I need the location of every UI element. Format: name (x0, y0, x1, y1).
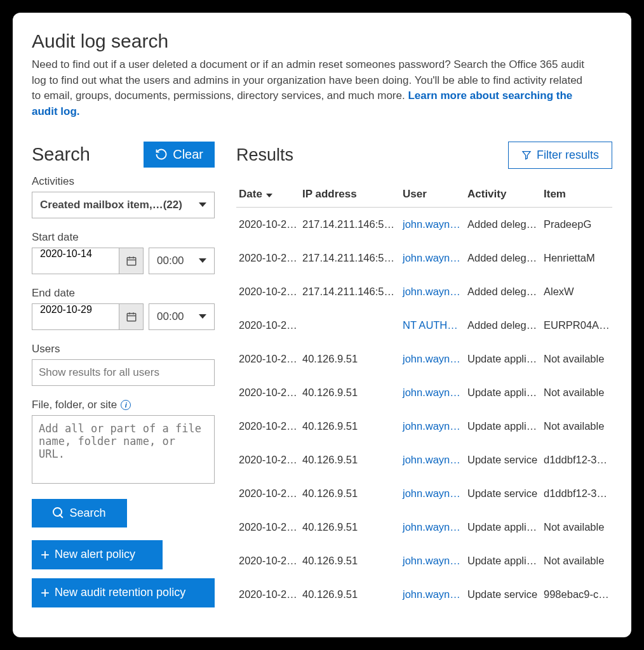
search-panel: Search Clear Activities Created mailbox … (32, 142, 215, 611)
results-table: Date IP address User Activity Item 2020-… (236, 182, 612, 611)
start-date-value: 2020-10-14 (32, 248, 119, 274)
table-row[interactable]: 2020-10-28…40.126.9.51john.wayne@Update … (236, 510, 612, 544)
cell-activity: Added delegated (465, 308, 541, 342)
end-time-value: 00:00 (157, 310, 184, 323)
start-date-label: Start date (32, 231, 215, 244)
cell-activity: Added delegated (465, 275, 541, 308)
cell-item: HenriettaM (541, 241, 612, 275)
cell-date: 2020-10-28… (236, 409, 300, 443)
activities-label: Activities (32, 175, 215, 188)
cell-user[interactable]: NT AUTHORIT (400, 308, 465, 342)
table-row[interactable]: 2020-10-28…40.126.9.51john.wayne@Update … (236, 409, 612, 443)
file-input[interactable] (32, 415, 215, 484)
start-time-value: 00:00 (157, 255, 184, 267)
cell-activity: Update applicati (465, 409, 541, 443)
table-row[interactable]: 2020-10-28…217.14.211.146:56058john.wayn… (236, 207, 612, 241)
users-label: Users (32, 343, 215, 355)
cell-user[interactable]: john.wayne@ (400, 241, 465, 275)
cell-ip: 217.14.211.146:56058 (300, 241, 400, 275)
cell-item: Not available (541, 376, 612, 409)
col-ip[interactable]: IP address (300, 182, 400, 208)
end-date-value: 2020-10-29 (32, 304, 119, 329)
filter-button-label: Filter results (537, 149, 599, 162)
cell-activity: Update service (465, 443, 541, 477)
cell-user[interactable]: john.wayne@ (400, 443, 465, 477)
cell-item: EURPR04A010.pr (541, 308, 612, 342)
table-row[interactable]: 2020-10-28…40.126.9.51john.wayne@Update … (236, 578, 612, 611)
cell-activity: Update service (465, 578, 541, 611)
cell-user[interactable]: john.wayne@ (400, 376, 465, 409)
filter-results-button[interactable]: Filter results (508, 142, 612, 169)
cell-date: 2020-10-28… (236, 376, 300, 409)
plus-icon: + (41, 585, 50, 600)
end-time-select[interactable]: 00:00 (149, 303, 215, 330)
cell-date: 2020-10-28… (236, 342, 300, 376)
new-alert-policy-button[interactable]: + New alert policy (32, 540, 163, 569)
clear-button[interactable]: Clear (144, 142, 215, 168)
cell-ip: 40.126.9.51 (300, 544, 400, 578)
clear-label: Clear (173, 147, 203, 162)
table-row[interactable]: 2020-10-28…40.126.9.51john.wayne@Update … (236, 376, 612, 409)
cell-user[interactable]: john.wayne@ (400, 342, 465, 376)
table-row[interactable]: 2020-10-28…40.126.9.51john.wayne@Update … (236, 443, 612, 477)
cell-ip: 40.126.9.51 (300, 578, 400, 611)
search-button[interactable]: Search (32, 499, 127, 527)
chevron-down-icon (199, 314, 206, 319)
activities-select[interactable]: Created mailbox item,…(22) (32, 192, 215, 218)
svg-rect-0 (127, 257, 136, 265)
start-date-input[interactable]: 2020-10-14 (32, 248, 144, 274)
cell-ip: 40.126.9.51 (300, 376, 400, 409)
cell-activity: Added delegated (465, 241, 541, 275)
search-heading: Search (32, 144, 90, 165)
cell-user[interactable]: john.wayne@ (400, 578, 465, 611)
svg-rect-4 (127, 313, 136, 321)
cell-user[interactable]: john.wayne@ (400, 207, 465, 241)
col-date[interactable]: Date (236, 182, 300, 208)
calendar-icon[interactable] (119, 304, 143, 329)
results-heading: Results (236, 145, 293, 165)
end-date-label: End date (32, 287, 215, 300)
cell-activity: Update applicati (465, 510, 541, 544)
cell-date: 2020-10-28… (236, 544, 300, 578)
cell-activity: Update service (465, 477, 541, 510)
table-row[interactable]: 2020-10-28…217.14.211.146:56058john.wayn… (236, 241, 612, 275)
info-icon[interactable]: i (121, 400, 131, 410)
cell-user[interactable]: john.wayne@ (400, 409, 465, 443)
cell-activity: Update applicati (465, 544, 541, 578)
table-row[interactable]: 2020-10-28…40.126.9.51john.wayne@Update … (236, 544, 612, 578)
cell-item: Not available (541, 342, 612, 376)
cell-user[interactable]: john.wayne@ (400, 477, 465, 510)
users-input[interactable] (32, 359, 215, 386)
cell-date: 2020-10-28… (236, 207, 300, 241)
new-retention-policy-button[interactable]: + New audit retention policy (32, 578, 215, 607)
cell-ip: 40.126.9.51 (300, 477, 400, 510)
cell-item: d1ddbf12-349f-4 (541, 477, 612, 510)
start-time-select[interactable]: 00:00 (149, 248, 215, 274)
sort-desc-icon (266, 194, 272, 197)
table-row[interactable]: 2020-10-28…40.126.9.51john.wayne@Update … (236, 477, 612, 510)
cell-item: Not available (541, 510, 612, 544)
cell-user[interactable]: john.wayne@ (400, 510, 465, 544)
plus-icon: + (41, 547, 50, 562)
cell-ip: 217.14.211.146:56058 (300, 207, 400, 241)
search-button-label: Search (69, 507, 105, 520)
cell-item: Not available (541, 544, 612, 578)
table-row[interactable]: 2020-10-28…217.14.211.146:56058john.wayn… (236, 275, 612, 308)
cell-user[interactable]: john.wayne@ (400, 544, 465, 578)
cell-item: Not available (541, 409, 612, 443)
cell-date: 2020-10-28… (236, 578, 300, 611)
table-row[interactable]: 2020-10-28…40.126.9.51john.wayne@Update … (236, 342, 612, 376)
cell-activity: Added delegated (465, 207, 541, 241)
col-user[interactable]: User (400, 182, 465, 208)
cell-date: 2020-10-28… (236, 477, 300, 510)
col-item[interactable]: Item (541, 182, 612, 208)
cell-item: 998ebac9-c1b9- (541, 578, 612, 611)
end-date-input[interactable]: 2020-10-29 (32, 303, 144, 330)
cell-user[interactable]: john.wayne@ (400, 275, 465, 308)
calendar-icon[interactable] (119, 248, 143, 274)
svg-marker-8 (523, 152, 530, 159)
chevron-down-icon (199, 202, 206, 207)
page-description: Need to find out if a user deleted a doc… (32, 57, 591, 120)
table-row[interactable]: 2020-10-28…NT AUTHORITAdded delegatedEUR… (236, 308, 612, 342)
col-activity[interactable]: Activity (465, 182, 541, 208)
